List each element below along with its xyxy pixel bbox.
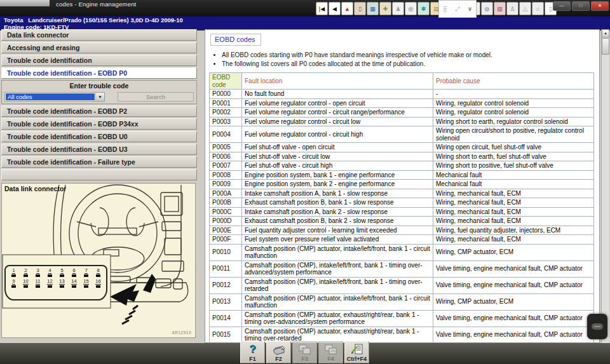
sidebar-item-active[interactable]: Trouble code identification - EOBD P0 [1,67,197,79]
table-row[interactable]: P0003 Fuel volume regulator control - ci… [210,117,594,126]
sidebar-item[interactable]: Trouble code identification - EOBD P34xx [1,118,197,130]
wiring-diagram-icon[interactable]: ▦ [367,2,379,15]
table-row[interactable]: P0008 Engine position system, bank 1 - e… [210,170,594,180]
connector-pin: 4 [46,268,54,277]
connector-pins-bottom: 910111213141516 [10,279,102,288]
sidebar-item[interactable]: Data link connector [1,29,197,41]
table-row[interactable]: P0014 Camshaft position (CMP) actuator, … [210,310,594,327]
print-f2-button[interactable]: F2 [266,341,291,363]
connector-pin: 12 [46,279,54,288]
connector-pin: 1 [10,268,18,277]
table-row[interactable]: P0011 Camshaft position (CMP), intake/le… [210,260,594,277]
table-row[interactable]: P0000 No fault found - [210,90,594,99]
vehicle-icon[interactable]: ⌂ [532,2,544,15]
connector-pin: 7 [82,268,90,277]
gauge-icon[interactable]: ◎ [405,2,417,15]
data-link-connector-panel: Data link connector [1,183,196,338]
connector-pin: 10 [22,279,30,288]
note-edit-icon [350,343,364,356]
connector-pin: 5 [58,268,66,277]
table-row[interactable]: P0013 Camshaft position (CMP) actuator, … [210,293,594,310]
table-row[interactable]: P0002 Fuel volume regulator control - ci… [210,108,594,118]
nav-first-icon[interactable]: |◀ [316,2,328,15]
table-row[interactable]: P000C Intake camshaft position A, bank 2… [210,207,594,217]
next-illustration-f4-button[interactable]: F4 [318,341,343,363]
sidebar-item[interactable]: Trouble code identification - EOBD P2 [1,105,197,117]
connector-pin: 6 [70,268,78,277]
figure-reference-code: AR12919 [172,330,191,335]
vehicle-header: Toyota Landcruiser/Prado (150/155 Series… [0,17,610,30]
close-button[interactable]: × [591,1,609,11]
table-row[interactable]: P000A Intake camshaft position A, bank 1… [210,189,594,198]
maximize-button[interactable]: □ [572,1,590,11]
table-row[interactable]: P0009 Engine position system, bank 2 - e… [210,180,594,189]
obd-connector-diagram: 12345678 910111213141516 [4,265,107,300]
notes-ctrl-f4-button[interactable]: Ctrl+F4 [344,341,369,363]
vehicle-title: Toyota Landcruiser/Prado (150/155 Series… [4,17,610,24]
connector-pin: 14 [70,279,78,288]
table-row[interactable]: P0005 Fuel shut-off valve - open circuit… [210,143,594,152]
search-button[interactable]: Search [118,92,194,102]
sidebar-item[interactable]: Trouble code identification [1,55,197,66]
connector-pins-top: 12345678 [10,268,102,277]
table-row[interactable]: P000F Fuel system over pressure relief v… [210,235,594,245]
code-filter-dropdown[interactable]: All codes ▼ [4,92,105,102]
connector-pin: 9 [10,279,18,288]
scroll-up-arrow-icon[interactable]: ▲ [602,29,609,37]
help-icon: ? [249,343,255,356]
window-controls: — □ × [553,1,609,11]
table-row[interactable]: P0010 Camshaft position (CMP) actuator, … [210,244,594,260]
function-key-bar: ? F1 F2 F3 F4 [0,343,610,364]
background-window-edge [0,0,50,6]
warning-icon[interactable]: ▲ [341,2,353,15]
sidebar-item[interactable]: Trouble code identification - Failure ty… [1,156,197,168]
title-bar: codes - Engine management |◀◀▲▯▦✚♟◎✽▤▣▢⊕… [0,0,610,17]
body-icon[interactable]: ▨ [494,2,506,15]
linked-images-icon [298,343,312,356]
sidebar-item[interactable]: Trouble code identification - EOBD U0 [1,131,197,142]
table-header-row: EOBD code Fault location Probable cause [210,73,594,90]
search-panel-label: Enter trouble code [2,82,196,90]
table-row[interactable]: P000E Fuel quantity adjuster control - l… [210,226,594,235]
toolbar-popup[interactable]: ⣿ ⤢ ∨ [438,0,477,18]
content-panel: EOBD codes All EOBD codes starting with … [205,29,600,343]
tools-icon[interactable]: ♟ [392,2,404,15]
printer-icon [272,343,286,356]
table-row[interactable]: P000D Exhaust camshaft position B, bank … [210,217,594,226]
scroll-handle[interactable] [587,314,607,339]
table-row[interactable]: P0012 Camshaft position (CMP), intake/le… [210,277,594,293]
connector-pin: 3 [34,268,42,277]
connector-pin: 11 [34,279,42,288]
minimize-button[interactable]: — [553,1,571,11]
engine-data-icon[interactable]: ✽ [417,2,430,15]
table-row[interactable]: P000B Exhaust camshaft position B, bank … [210,198,594,208]
nav-back-icon[interactable]: ◀ [329,2,341,15]
bullet-item: All EOBD codes starting with P0 have sta… [222,51,599,60]
table-row[interactable]: P0001 Fuel volume regulator control - op… [210,98,594,108]
connector-pin: 8 [94,268,102,277]
window-title: codes - Engine management [56,1,136,8]
eobd-codes-table: EOBD code Fault location Probable cause … [209,72,594,343]
dashboard-drawing [2,184,196,338]
app-window: codes - Engine management |◀◀▲▯▦✚♟◎✽▤▣▢⊕… [0,0,610,364]
page-title: EOBD codes [210,34,261,46]
connector-pin: 13 [58,279,66,288]
person-icon[interactable]: ♙ [506,2,518,15]
sidebar-item-blank [1,169,197,180]
table-row[interactable]: P0006 Fuel shut-off valve - circuit low … [210,152,594,161]
manual-icon[interactable]: ▯ [354,2,366,15]
component-icon[interactable]: ✚ [379,2,391,15]
bullet-item: The following list covers all P0 codes a… [222,60,599,69]
scrollbar-thumb[interactable] [602,38,609,55]
table-row[interactable]: P0007 Fuel shut-off valve - circuit high… [210,161,594,171]
vertical-scrollbar[interactable]: ▲ [601,29,609,343]
service-icon[interactable]: ◍ [481,2,493,15]
dropdown-arrow-icon[interactable]: ▼ [95,93,104,101]
help-f1-button[interactable]: ? F1 [240,341,265,363]
hazard-icon[interactable]: △ [519,2,531,15]
sidebar-item[interactable]: Trouble code identification - EOBD U3 [1,144,197,155]
sidebar-item[interactable]: Accessing and erasing [1,42,197,53]
table-row[interactable]: P0004 Fuel volume regulator control - ci… [210,126,594,143]
prev-illustration-f3-button[interactable]: F3 [292,341,317,363]
diagram-label: Data link connector [4,185,66,192]
